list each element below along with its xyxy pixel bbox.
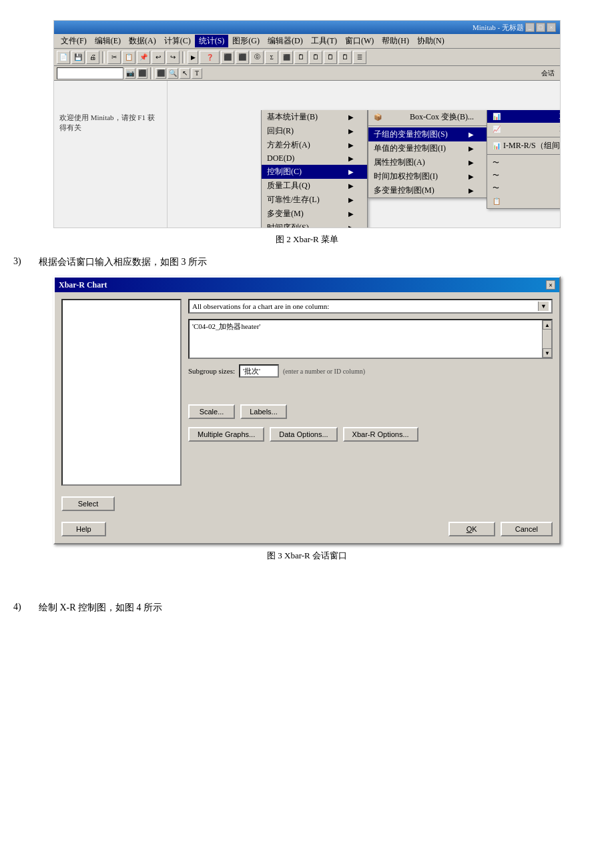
menu1-item-multivar[interactable]: 多变量(M)▶ <box>262 207 367 221</box>
menu-tools[interactable]: 工具(T) <box>307 35 341 47</box>
subgroup-label: Subgroup sizes: <box>188 367 235 375</box>
menu3-sep1 <box>487 137 561 137</box>
toolbar: 📄 💾 🖨 ✂ 📋 📌 ↩ ↪ ▶ ❓ ⬛ ⬛ ⓪ Σ ⬛ 🗒 🗒 🗒 🗒 ☰ <box>54 49 560 66</box>
scale-button[interactable]: Scale... <box>188 404 235 419</box>
toolbar-btn10[interactable]: Σ <box>265 51 278 64</box>
menu2-item-subgroup[interactable]: 子组的变量控制图(S)▶ <box>368 127 487 141</box>
menu1-item-anova[interactable]: 方差分析(A)▶ <box>262 138 367 152</box>
xbar-options-button[interactable]: Xbar-R Options... <box>343 427 418 442</box>
menu-window[interactable]: 窗口(W) <box>341 35 378 47</box>
menu-control-dropdown: 📦 Box-Cox 变换(B)... 子组的变量控制图(S)▶ 单值的变量控制图… <box>368 110 488 198</box>
maximize-btn[interactable]: □ <box>536 23 545 32</box>
ok-button[interactable]: OK <box>448 522 495 536</box>
cancel-button[interactable]: Cancel <box>501 522 553 536</box>
toolbar-btn7[interactable]: ⬛ <box>221 51 234 64</box>
minitab-title: Minitab - 无标题 <box>473 23 524 33</box>
toolbar-btn-save[interactable]: 💾 <box>71 51 85 64</box>
toolbar2-btn4[interactable]: 🔍 <box>168 68 178 79</box>
toolbar-btn-undo[interactable]: ↩ <box>151 51 165 64</box>
toolbar-btn-redo[interactable]: ↪ <box>166 51 180 64</box>
toolbar-btn6[interactable]: ❓ <box>200 51 220 64</box>
select-button[interactable]: Select <box>61 496 115 511</box>
minitab-window: Minitab - 无标题 _ □ × 文件(F) 编辑(E) 数据(A) 计算… <box>53 20 561 228</box>
menu1-item-doe[interactable]: DOE(D)▶ <box>262 152 367 165</box>
toolbar-btn12[interactable]: 🗒 <box>294 51 308 64</box>
menu2-item-attribute[interactable]: 属性控制图(A)▶ <box>368 155 487 169</box>
toolbar-btn-new[interactable]: 📄 <box>57 51 70 64</box>
menu2-item-boxcox[interactable]: 📦 Box-Cox 变换(B)... <box>368 110 487 124</box>
dialog-listbox[interactable] <box>61 299 182 486</box>
menu1-item-control[interactable]: 控制图(C)▶ <box>262 165 367 179</box>
menu-edit[interactable]: 编辑(E) <box>91 35 125 47</box>
toolbar-btn-paste[interactable]: 📌 <box>137 51 150 64</box>
toolbar-btn-print[interactable]: 🖨 <box>86 51 99 64</box>
scroll-down-btn[interactable]: ▼ <box>543 348 552 358</box>
textarea-value: 'C04-02_加热器heater' <box>192 322 260 330</box>
toolbar-btn-copy[interactable]: 📋 <box>122 51 135 64</box>
labels-button[interactable]: Labels... <box>240 404 287 419</box>
toolbar2-btn5[interactable]: ↖ <box>180 68 190 79</box>
dialog-right-panel: All observations for a chart are in one … <box>188 299 553 486</box>
menu3-item-xbar[interactable]: 〜 Xbar(X)... <box>487 156 561 169</box>
observation-dropdown[interactable]: All observations for a chart are in one … <box>188 299 553 314</box>
help-button[interactable]: Help <box>61 522 106 536</box>
dialog-titlebar: Xbar-R Chart × <box>55 278 559 292</box>
menu1-item-basic[interactable]: 基本统计量(B)▶ <box>262 110 367 124</box>
toolbar2-btn2[interactable]: ⬛ <box>137 68 147 79</box>
close-btn[interactable]: × <box>547 23 556 32</box>
toolbar-btn5[interactable]: ▶ <box>188 51 198 64</box>
menu1-item-reliability[interactable]: 可靠性/生存(L)▶ <box>262 193 367 207</box>
options-row: Multiple Graphs... Data Options... Xbar-… <box>188 427 553 442</box>
menu-editor[interactable]: 编辑器(D) <box>264 35 307 47</box>
menu1-item-timeseries[interactable]: 时间序列(S)▶ <box>262 221 367 228</box>
dialog-close-icon[interactable]: × <box>546 280 555 290</box>
toolbar-btn9[interactable]: ⓪ <box>250 51 264 64</box>
toolbar-btn8[interactable]: ⬛ <box>236 51 249 64</box>
minitab-body: 欢迎使用 Minitab，请按 F1 获得有关 基本统计量(B)▶ 回归(R)▶… <box>54 81 560 228</box>
toolbar-btn15[interactable]: 🗒 <box>338 51 352 64</box>
toolbar-btn13[interactable]: 🗒 <box>309 51 322 64</box>
toolbar2-btn6[interactable]: T <box>192 68 202 79</box>
menu3-sep2 <box>487 154 561 155</box>
menu3-item-imr[interactable]: 📊 I-MR-R/S（组间/组内）(I)... <box>487 139 561 153</box>
toolbar2-btn1[interactable]: 📷 <box>125 68 135 79</box>
toolbar2-btn3[interactable]: ⬛ <box>156 68 166 79</box>
menu-file[interactable]: 文件(F) <box>57 35 91 47</box>
step4-number: 4) <box>13 602 33 612</box>
menu-stats-dropdown: 基本统计量(B)▶ 回归(R)▶ 方差分析(A)▶ DOE(D)▶ 控制图(C)… <box>261 110 368 228</box>
step3-section: 3) 根据会话窗口输入相应数据，如图 3 所示 <box>13 256 601 268</box>
minimize-btn[interactable]: _ <box>525 23 535 32</box>
step3-text: 根据会话窗口输入相应数据，如图 3 所示 <box>39 256 207 268</box>
toolbar-btn16[interactable]: ☰ <box>353 51 366 64</box>
toolbar-btn11[interactable]: ⬛ <box>280 51 293 64</box>
toolbar2-input[interactable] <box>57 67 123 79</box>
menu3-item-xbars[interactable]: 📈 Xbar-S(A)... <box>487 123 561 135</box>
menu3-item-xbarr[interactable]: 📊 Xbar-R(B)... <box>487 110 561 123</box>
menu2-item-individual[interactable]: 单值的变量控制图(I)▶ <box>368 141 487 155</box>
dropdown-arrow-icon[interactable]: ▼ <box>538 302 549 311</box>
menu3-item-zone[interactable]: 📋 区域(Z)... <box>487 194 561 208</box>
menu2-item-multivar[interactable]: 多变量控制图(M)▶ <box>368 183 487 197</box>
menu-calc[interactable]: 计算(C) <box>160 35 195 47</box>
menu1-item-regression[interactable]: 回归(R)▶ <box>262 124 367 138</box>
menu-help[interactable]: 帮助(H) <box>378 35 413 47</box>
toolbar-sep1 <box>102 51 105 63</box>
scroll-up-btn[interactable]: ▲ <box>543 320 552 330</box>
menu-data[interactable]: 数据(A) <box>125 35 160 47</box>
menu-stats[interactable]: 统计(S) <box>195 35 229 47</box>
menu-assist[interactable]: 协助(N) <box>413 35 448 47</box>
menu1-item-quality[interactable]: 质量工具(Q)▶ <box>262 179 367 193</box>
data-textarea[interactable]: 'C04-02_加热器heater' ▲ ▼ <box>188 319 553 359</box>
step4-text: 绘制 X-R 控制图，如图 4 所示 <box>39 602 162 614</box>
toolbar-btn-cut[interactable]: ✂ <box>107 51 121 64</box>
toolbar-btn14[interactable]: 🗒 <box>324 51 337 64</box>
dialog-title: Xbar-R Chart <box>59 280 107 290</box>
scale-labels-row: Scale... Labels... <box>188 404 553 419</box>
menu-graph[interactable]: 图形(G) <box>228 35 264 47</box>
data-options-button[interactable]: Data Options... <box>270 427 337 442</box>
menu3-item-r[interactable]: 〜 R(R)... <box>487 169 561 181</box>
multiple-graphs-button[interactable]: Multiple Graphs... <box>188 427 264 442</box>
menu3-item-s[interactable]: 〜 S(S)... <box>487 181 561 194</box>
subgroup-input[interactable]: '批次' <box>239 364 279 378</box>
menu2-item-timeweight[interactable]: 时间加权控制图(I)▶ <box>368 169 487 183</box>
